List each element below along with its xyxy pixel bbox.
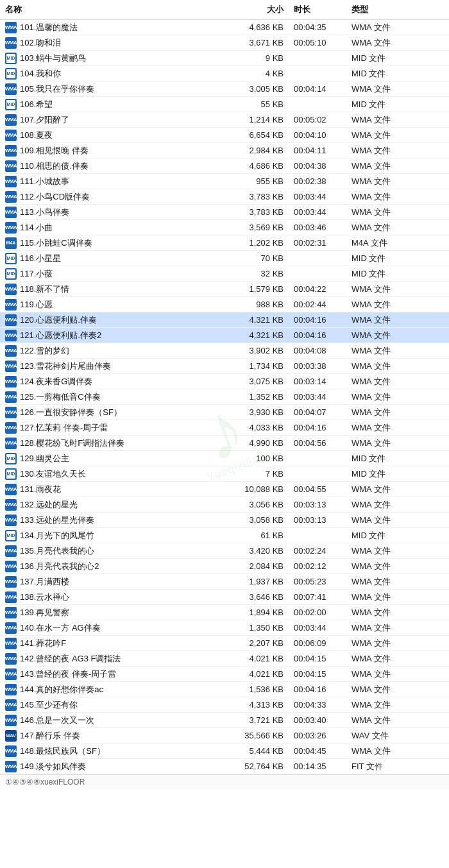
file-size: 3,005 KB xyxy=(223,84,294,94)
file-size: 7 KB xyxy=(223,469,294,479)
file-name: 112.小鸟CD版伴奏 xyxy=(20,191,223,203)
file-name-col: WMA 135.月亮代表我的心 xyxy=(5,545,223,557)
list-item[interactable]: MID 104.我和你 4 KB MID 文件 xyxy=(0,66,449,81)
file-name-col: MID 130.友谊地久天长 xyxy=(5,468,223,480)
file-name-col: WMA 145.至少还有你 xyxy=(5,699,223,711)
file-size: 6,654 KB xyxy=(223,130,294,140)
wma-icon: WMA xyxy=(5,114,17,126)
list-item[interactable]: WMA 125.一剪梅低音C伴奏 1,352 KB 00:03:44 WMA 文… xyxy=(0,389,449,405)
list-item[interactable]: MID 116.小星星 70 KB MID 文件 xyxy=(0,251,449,266)
list-item[interactable]: WMA 114.小曲 3,569 KB 00:03:46 WMA 文件 xyxy=(0,220,449,235)
list-item[interactable]: WMA 119.心愿 988 KB 00:02:44 WMA 文件 xyxy=(0,297,449,312)
mid-icon: MID xyxy=(5,253,17,264)
list-item[interactable]: MID 117.小薇 32 KB MID 文件 xyxy=(0,266,449,282)
list-item[interactable]: MID 106.希望 55 KB MID 文件 xyxy=(0,97,449,112)
list-item[interactable]: MID 134.月光下的凤尾竹 61 KB MID 文件 xyxy=(0,528,449,543)
list-item[interactable]: WMA 122.雪的梦幻 3,902 KB 00:04:08 WMA 文件 xyxy=(0,343,449,359)
list-item[interactable]: MID 130.友谊地久天长 7 KB MID 文件 xyxy=(0,466,449,482)
file-name: 123.雪花神剑片尾曲伴奏 xyxy=(20,361,223,372)
file-type: WMA 文件 xyxy=(352,376,416,387)
file-duration: 00:04:10 xyxy=(294,130,352,140)
list-item[interactable]: WMA 137.月满西楼 1,937 KB 00:05:23 WMA 文件 xyxy=(0,574,449,590)
list-item[interactable]: WMA 127.忆茉莉 伴奏-周子雷 4,033 KB 00:04:16 WMA… xyxy=(0,420,449,436)
list-item[interactable]: WMA 138.云水禅心 3,646 KB 00:07:41 WMA 文件 xyxy=(0,590,449,605)
list-item[interactable]: WMA 140.在水一方 AG伴奏 1,350 KB 00:03:44 WMA … xyxy=(0,620,449,636)
file-size: 4,021 KB xyxy=(223,669,294,679)
file-size: 3,671 KB xyxy=(223,38,294,47)
list-item[interactable]: MID 129.幽灵公主 100 KB MID 文件 xyxy=(0,451,449,466)
file-duration: 00:04:07 xyxy=(294,407,352,417)
file-name: 129.幽灵公主 xyxy=(20,453,223,464)
list-item[interactable]: WMA 112.小鸟CD版伴奏 3,783 KB 00:03:44 WMA 文件 xyxy=(0,189,449,205)
list-item[interactable]: WMA 133.远处的星光伴奏 3,058 KB 00:03:13 WMA 文件 xyxy=(0,513,449,528)
file-name: 114.小曲 xyxy=(20,222,223,234)
list-item[interactable]: WMA 149.淡兮如风伴奏 52,764 KB 00:14:35 FIT 文件 xyxy=(0,759,449,774)
list-item[interactable]: MID 103.蜗牛与黄鹂鸟 9 KB MID 文件 xyxy=(0,51,449,66)
list-item[interactable]: WMA 145.至少还有你 4,313 KB 00:04:33 WMA 文件 xyxy=(0,697,449,713)
list-item[interactable]: WMA 142.曾经的夜 AG3 F调指法 4,021 KB 00:04:15 … xyxy=(0,651,449,667)
list-item[interactable]: WMA 135.月亮代表我的心 3,420 KB 00:02:24 WMA 文件 xyxy=(0,543,449,559)
file-name: 140.在水一方 AG伴奏 xyxy=(20,622,223,634)
list-item[interactable]: WAV 147.醉行乐 伴奏 35,566 KB 00:03:26 WAV 文件 xyxy=(0,728,449,744)
wma-icon: WMA xyxy=(5,345,17,357)
list-item[interactable]: WMA 102.吻和泪 3,671 KB 00:05:10 WMA 文件 xyxy=(0,35,449,51)
list-item[interactable]: WMA 143.曾经的夜 伴奏-周子雷 4,021 KB 00:04:15 WM… xyxy=(0,667,449,682)
wma-icon: WMA xyxy=(5,576,17,588)
list-item[interactable]: WMA 131.雨夜花 10,088 KB 00:04:55 WMA 文件 xyxy=(0,482,449,497)
mid-icon: MID xyxy=(5,453,17,464)
header-type[interactable]: 类型 xyxy=(352,4,416,15)
list-item[interactable]: WMA 121.心愿便利贴.伴奏2 4,321 KB 00:04:16 WMA … xyxy=(0,328,449,343)
file-name-col: MID 134.月光下的凤尾竹 xyxy=(5,530,223,541)
list-item[interactable]: WMA 139.再见警察 1,894 KB 00:02:00 WMA 文件 xyxy=(0,605,449,620)
wma-icon: WMA xyxy=(5,622,17,634)
file-type: WMA 文件 xyxy=(352,699,416,711)
list-item[interactable]: WMA 105.我只在乎你伴奏 3,005 KB 00:04:14 WMA 文件 xyxy=(0,81,449,97)
header-duration[interactable]: 时长 xyxy=(294,4,352,15)
list-item[interactable]: M4A 115.小跳蛙C调伴奏 1,202 KB 00:02:31 M4A 文件 xyxy=(0,235,449,251)
file-size: 955 KB xyxy=(223,176,294,186)
wma-icon: WMA xyxy=(5,515,17,526)
file-name: 102.吻和泪 xyxy=(20,37,223,49)
file-name: 134.月光下的凤尾竹 xyxy=(20,530,223,541)
file-duration: 00:05:02 xyxy=(294,115,352,124)
list-item[interactable]: WMA 111.小城故事 955 KB 00:02:38 WMA 文件 xyxy=(0,174,449,189)
file-duration: 00:04:55 xyxy=(294,484,352,494)
list-item[interactable]: WMA 148.最炫民族风（SF） 5,444 KB 00:04:45 WMA … xyxy=(0,744,449,759)
list-item[interactable]: WMA 107.夕阳醉了 1,214 KB 00:05:02 WMA 文件 xyxy=(0,112,449,128)
file-name-col: WMA 109.相见恨晚 伴奏 xyxy=(5,145,223,157)
file-size: 988 KB xyxy=(223,300,294,309)
list-item[interactable]: WMA 136.月亮代表我的心2 2,084 KB 00:02:12 WMA 文… xyxy=(0,559,449,574)
list-item[interactable]: WMA 132.远处的星光 3,056 KB 00:03:13 WMA 文件 xyxy=(0,497,449,513)
list-item[interactable]: WMA 146.总是一次又一次 3,721 KB 00:03:40 WMA 文件 xyxy=(0,713,449,728)
list-item[interactable]: WMA 110.相思的债.伴奏 4,686 KB 00:04:38 WMA 文件 xyxy=(0,158,449,174)
file-name: 145.至少还有你 xyxy=(20,699,223,711)
file-name-col: M4A 115.小跳蛙C调伴奏 xyxy=(5,237,223,249)
list-item[interactable]: WMA 124.夜来香G调伴奏 3,075 KB 00:03:14 WMA 文件 xyxy=(0,374,449,389)
file-size: 3,420 KB xyxy=(223,546,294,556)
file-type: WMA 文件 xyxy=(352,207,416,218)
file-name: 139.再见警察 xyxy=(20,607,223,618)
list-item[interactable]: WMA 113.小鸟伴奏 3,783 KB 00:03:44 WMA 文件 xyxy=(0,205,449,220)
list-item[interactable]: WMA 144.真的好想你伴奏ac 1,536 KB 00:04:16 WMA … xyxy=(0,682,449,697)
file-size: 3,930 KB xyxy=(223,407,294,417)
list-item[interactable]: WMA 109.相见恨晚 伴奏 2,984 KB 00:04:11 WMA 文件 xyxy=(0,143,449,158)
file-duration: 00:02:24 xyxy=(294,546,352,556)
file-type: WMA 文件 xyxy=(352,22,416,33)
list-item[interactable]: WMA 141.葬花吟F 2,207 KB 00:06:09 WMA 文件 xyxy=(0,636,449,651)
header-name[interactable]: 名称 xyxy=(5,4,223,15)
list-item[interactable]: WMA 123.雪花神剑片尾曲伴奏 1,734 KB 00:03:38 WMA … xyxy=(0,359,449,374)
file-name: 141.葬花吟F xyxy=(20,638,223,649)
list-item[interactable]: WMA 108.夏夜 6,654 KB 00:04:10 WMA 文件 xyxy=(0,128,449,143)
file-name-col: WMA 131.雨夜花 xyxy=(5,484,223,495)
wma-icon: WMA xyxy=(5,83,17,95)
header-size[interactable]: 大小 xyxy=(223,4,294,15)
list-item[interactable]: WMA 101.温馨的魔法 4,636 KB 00:04:35 WMA 文件 xyxy=(0,20,449,35)
list-item[interactable]: WMA 120.心愿便利贴.伴奏 4,321 KB 00:04:16 WMA 文… xyxy=(0,312,449,328)
list-item[interactable]: WMA 128.樱花纷飞时F调指法伴奏 4,990 KB 00:04:56 WM… xyxy=(0,436,449,451)
list-item[interactable]: WMA 126.一直很安静伴奏（SF） 3,930 KB 00:04:07 WM… xyxy=(0,405,449,420)
m4a-icon: M4A xyxy=(5,237,17,249)
file-name-col: MID 104.我和你 xyxy=(5,68,223,80)
file-type: WMA 文件 xyxy=(352,591,416,603)
wma-icon: WMA xyxy=(5,545,17,557)
list-item[interactable]: WMA 118.新不了情 1,579 KB 00:04:22 WMA 文件 xyxy=(0,282,449,297)
